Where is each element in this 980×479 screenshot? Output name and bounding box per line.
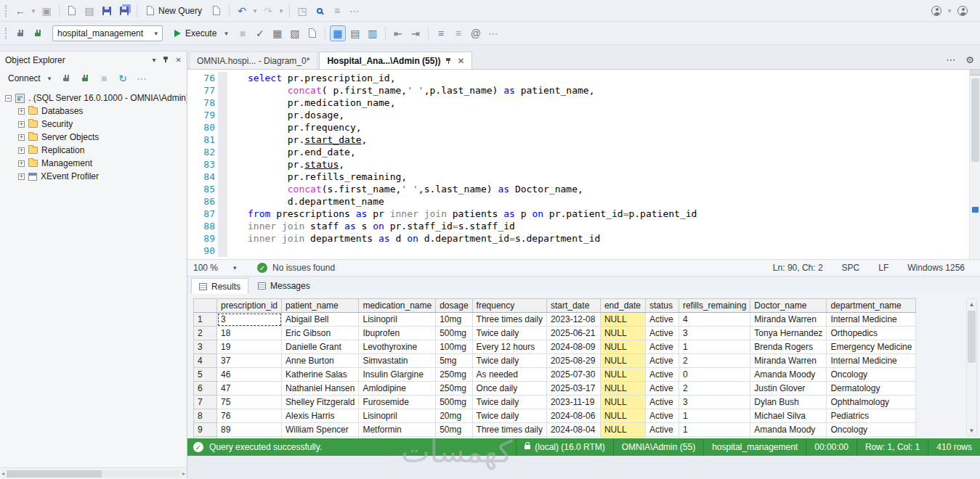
- grid-cell[interactable]: Dylan Bush: [750, 396, 827, 409]
- grid-cell[interactable]: 20mg: [436, 409, 472, 423]
- sql-editor[interactable]: 76select pr.prescription_id,77 concat( p…: [187, 69, 980, 259]
- execute-button[interactable]: Execute▾: [169, 27, 234, 40]
- editor-scroll-thumb[interactable]: [971, 78, 979, 162]
- expand-icon[interactable]: +: [18, 147, 25, 154]
- grid-cell[interactable]: 89: [217, 423, 282, 437]
- results-to-grid-icon[interactable]: ▦: [330, 25, 346, 41]
- grid-cell[interactable]: 47: [217, 382, 282, 396]
- tree-root-server[interactable]: −. (SQL Server 16.0.1000 - OMNIA\Admin): [0, 91, 187, 105]
- grid-cell[interactable]: Alexis Harris: [282, 409, 359, 423]
- row-header[interactable]: 5: [194, 368, 217, 382]
- grid-cell[interactable]: 100mg: [436, 340, 472, 354]
- grid-cell[interactable]: Active: [645, 313, 679, 327]
- window-layout-icon[interactable]: ▣: [39, 3, 54, 19]
- nav-back-chevron-icon[interactable]: ▾: [30, 3, 37, 19]
- grid-cell[interactable]: 1: [679, 340, 750, 354]
- grid-cell[interactable]: Dermatology: [827, 382, 916, 396]
- grid-cell[interactable]: 2024-08-06: [546, 409, 600, 423]
- row-header[interactable]: 3: [194, 340, 217, 354]
- grid-cell[interactable]: 4: [679, 313, 750, 327]
- row-header[interactable]: 2: [194, 327, 217, 340]
- oe-overflow-icon[interactable]: ⋯: [134, 70, 150, 86]
- column-header-medication_name[interactable]: medication_name: [359, 299, 436, 313]
- selection-box-icon[interactable]: ◳: [294, 3, 310, 19]
- oe-stop-icon[interactable]: ■: [96, 70, 112, 86]
- grid-cell[interactable]: NULL: [600, 409, 645, 423]
- grid-cell[interactable]: Twice daily: [472, 354, 546, 368]
- tree-item-security[interactable]: +Security: [0, 118, 187, 131]
- tab-overflow-icon[interactable]: ⋯: [946, 54, 955, 65]
- row-header[interactable]: 1: [194, 313, 217, 327]
- sign-in-icon[interactable]: [955, 3, 971, 19]
- collapse-icon[interactable]: −: [5, 95, 12, 102]
- grid-cell[interactable]: Tonya Hernandez: [750, 327, 827, 340]
- redo-chevron-icon[interactable]: ▾: [278, 3, 285, 19]
- grid-cell[interactable]: Furosemide: [359, 396, 436, 409]
- grid-cell[interactable]: Internal Medicine: [827, 354, 916, 368]
- grid-cell[interactable]: 46: [217, 368, 282, 382]
- expand-icon[interactable]: +: [18, 173, 25, 180]
- grid-cell[interactable]: Amanda Moody: [750, 368, 827, 382]
- snippets-icon[interactable]: @: [468, 25, 484, 41]
- tab-results[interactable]: Results: [191, 278, 248, 294]
- grid-cell[interactable]: 3: [217, 313, 282, 327]
- avatar-chevron-icon[interactable]: ▾: [946, 3, 953, 19]
- live-query-stats-icon[interactable]: ▧: [287, 25, 303, 41]
- oe-connect-icon[interactable]: [58, 70, 74, 86]
- grid-cell[interactable]: 500mg: [436, 396, 472, 409]
- column-header-prescription_id[interactable]: prescription_id: [217, 299, 282, 313]
- grid-cell[interactable]: Anne Burton: [282, 354, 359, 368]
- grid-cell[interactable]: Amlodipine: [359, 382, 436, 396]
- grid-cell[interactable]: 3: [679, 396, 750, 409]
- change-connection-icon[interactable]: [30, 25, 46, 41]
- grid-cell[interactable]: 2: [679, 354, 750, 368]
- grid-cell[interactable]: Twice daily: [472, 327, 546, 340]
- expand-icon[interactable]: +: [18, 134, 25, 141]
- column-header-start_date[interactable]: start_date: [546, 299, 600, 313]
- gear-icon[interactable]: ⚙: [965, 54, 974, 65]
- grid-cell[interactable]: Active: [645, 327, 679, 340]
- redo-icon[interactable]: ↷: [260, 3, 276, 19]
- tree-item-replication[interactable]: +Replication: [0, 144, 187, 157]
- grid-cell[interactable]: Once daily: [472, 382, 546, 396]
- user-avatar-icon[interactable]: [928, 3, 944, 19]
- connect-database-icon[interactable]: [12, 25, 28, 41]
- column-header-patient_name[interactable]: patient_name: [282, 299, 359, 313]
- pin-icon[interactable]: [445, 57, 452, 65]
- grid-cell[interactable]: Insulin Glargine: [359, 368, 436, 382]
- grid-cell[interactable]: 250mg: [436, 368, 472, 382]
- column-header-status[interactable]: status: [645, 299, 679, 313]
- grid-cell[interactable]: Oncology: [827, 368, 916, 382]
- close-tab-icon[interactable]: ✕: [457, 56, 464, 66]
- grid-cell[interactable]: Oncology: [827, 423, 916, 437]
- oe-refresh-icon[interactable]: ↻: [115, 70, 131, 86]
- grid-cell[interactable]: NULL: [600, 368, 645, 382]
- grid-cell[interactable]: Pediatrics: [827, 409, 916, 423]
- row-header[interactable]: 7: [194, 396, 217, 409]
- chevron-down-icon[interactable]: ▾: [153, 56, 156, 64]
- grid-cell[interactable]: Amanda Moody: [750, 423, 827, 437]
- cancel-query-icon[interactable]: ■: [235, 25, 251, 41]
- expand-icon[interactable]: +: [18, 121, 25, 128]
- grid-cell[interactable]: 0: [679, 368, 750, 382]
- grid-cell[interactable]: Twice daily: [472, 396, 546, 409]
- grid-cell[interactable]: Emergency Medicine: [827, 340, 916, 354]
- expand-icon[interactable]: +: [18, 108, 25, 115]
- split-editor-handle[interactable]: [970, 70, 980, 75]
- grid-cell[interactable]: Katherine Salas: [282, 368, 359, 382]
- grid-cell[interactable]: NULL: [600, 396, 645, 409]
- new-query-button[interactable]: New Query: [141, 4, 208, 17]
- find-in-files-icon[interactable]: [312, 3, 328, 19]
- grid-cell[interactable]: Eric Gibson: [282, 327, 359, 340]
- grid-cell[interactable]: Levothyroxine: [359, 340, 436, 354]
- grid-cell[interactable]: 19: [217, 340, 282, 354]
- grid-cell[interactable]: Active: [645, 423, 679, 437]
- grid-cell[interactable]: 37: [217, 354, 282, 368]
- tab-query-active[interactable]: Hospital_Ana...\Admin (55)) ✕: [319, 52, 472, 69]
- grid-cell[interactable]: Every 12 hours: [472, 340, 546, 354]
- comment-lines-icon[interactable]: ≡: [433, 25, 449, 41]
- save-all-icon[interactable]: [116, 3, 132, 19]
- grid-cell[interactable]: 2023-11-19: [546, 396, 600, 409]
- tree-item-management[interactable]: +Management: [0, 157, 187, 170]
- row-header[interactable]: 9: [194, 423, 217, 437]
